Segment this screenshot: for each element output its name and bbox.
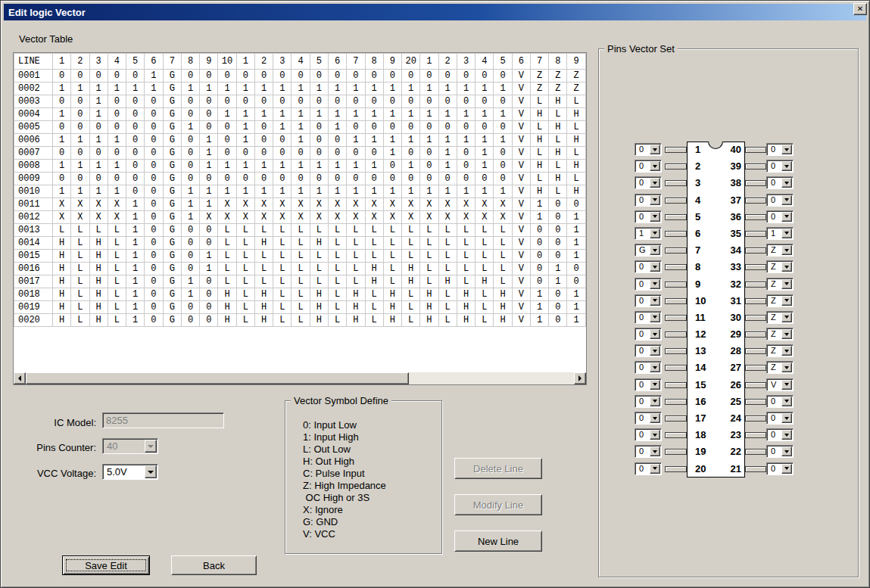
pin-value-select-left[interactable]: 0 xyxy=(635,294,662,307)
vector-cell[interactable]: 1 xyxy=(236,134,254,147)
vector-cell[interactable]: 1 xyxy=(292,121,310,134)
vector-cell[interactable]: V xyxy=(512,173,530,185)
vector-cell[interactable]: 0 xyxy=(181,314,199,327)
close-button[interactable]: ✕ xyxy=(853,3,867,15)
vector-cell[interactable]: 0 xyxy=(310,70,328,82)
vector-cell[interactable]: 1 xyxy=(236,185,254,198)
vector-cell[interactable]: L xyxy=(236,275,254,288)
vector-cell[interactable]: 0 xyxy=(383,95,401,108)
vector-cell[interactable]: V xyxy=(512,121,530,134)
vector-cell[interactable]: 0 xyxy=(273,95,292,108)
vector-cell[interactable]: Z xyxy=(549,70,567,82)
pin-value-select-right[interactable]: 0 xyxy=(766,176,794,189)
vector-cell[interactable]: 1 xyxy=(181,82,199,95)
vector-cell[interactable]: L xyxy=(236,263,254,275)
vector-cell[interactable]: G xyxy=(163,237,181,250)
vector-cell[interactable]: G xyxy=(163,70,181,82)
chevron-down-icon[interactable] xyxy=(145,465,157,478)
vector-cell[interactable]: L xyxy=(218,224,236,237)
vector-cell[interactable]: 1 xyxy=(200,160,218,173)
vector-cell[interactable]: L xyxy=(420,263,438,275)
vcc-voltage-select[interactable]: 5.0V xyxy=(102,464,158,480)
vector-cell[interactable]: 1 xyxy=(530,314,548,327)
vector-cell[interactable]: G xyxy=(163,82,181,95)
vector-cell[interactable]: L xyxy=(549,160,567,173)
pin-value-select-left[interactable]: G xyxy=(635,244,662,257)
vector-cell[interactable]: 0 xyxy=(200,70,218,82)
vector-cell[interactable]: L xyxy=(457,224,475,237)
vector-cell[interactable]: L xyxy=(310,250,328,263)
vector-cell[interactable]: L xyxy=(292,314,310,327)
vector-cell[interactable]: L xyxy=(530,147,548,160)
table-row[interactable]: 0005 000000G100101101000000000VLHL xyxy=(14,121,586,134)
vector-cell[interactable]: L xyxy=(347,250,365,263)
vector-cell[interactable]: 0 xyxy=(200,173,218,185)
vector-cell[interactable]: V xyxy=(512,82,530,95)
vector-cell[interactable]: L xyxy=(108,301,126,314)
vector-cell[interactable]: 1 xyxy=(145,70,163,82)
vector-cell[interactable]: X xyxy=(438,198,457,211)
chevron-down-icon[interactable] xyxy=(650,296,660,306)
pin-value-select-left[interactable]: 0 xyxy=(635,176,662,189)
vector-cell[interactable]: 0 xyxy=(200,275,218,288)
vector-cell[interactable]: 1 xyxy=(254,82,273,95)
vector-cell[interactable]: L xyxy=(108,275,126,288)
vector-cell[interactable]: 1 xyxy=(273,185,292,198)
vector-cell[interactable]: V xyxy=(512,134,530,147)
vector-cell[interactable]: 0 xyxy=(567,275,586,288)
vector-cell[interactable]: 0 xyxy=(71,95,89,108)
vector-cell[interactable]: 0 xyxy=(53,147,71,160)
chevron-down-icon[interactable] xyxy=(650,313,660,322)
vector-cell[interactable]: 0 xyxy=(438,121,457,134)
vector-cell[interactable]: L xyxy=(273,314,292,327)
vector-cell[interactable]: H xyxy=(310,301,328,314)
vector-cell[interactable]: 0 xyxy=(567,263,586,275)
vector-cell[interactable]: V xyxy=(512,250,530,263)
pin-value-select-right[interactable]: Z xyxy=(766,311,794,324)
chevron-down-icon[interactable] xyxy=(650,464,660,474)
vector-cell[interactable]: 0 xyxy=(71,121,89,134)
vector-cell[interactable]: 1 xyxy=(310,160,328,173)
vector-cell[interactable]: L xyxy=(292,224,310,237)
vector-cell[interactable]: L xyxy=(328,263,346,275)
vector-cell[interactable]: L xyxy=(347,237,365,250)
vector-cell[interactable]: 0 xyxy=(126,95,145,108)
vector-cell[interactable]: X xyxy=(108,198,126,211)
chevron-down-icon[interactable] xyxy=(650,262,660,272)
pin-value-select-left[interactable]: 0 xyxy=(635,395,662,408)
vector-cell[interactable]: L xyxy=(292,275,310,288)
vector-cell[interactable]: 1 xyxy=(200,82,218,95)
vector-cell[interactable]: 0 xyxy=(476,70,494,82)
vector-cell[interactable]: 0 xyxy=(89,121,108,134)
vector-cell[interactable]: L xyxy=(328,314,346,327)
vector-cell[interactable]: 0 xyxy=(200,95,218,108)
vector-cell[interactable]: L xyxy=(365,224,383,237)
vector-cell[interactable]: 0 xyxy=(328,134,346,147)
vector-cell[interactable]: L xyxy=(273,301,292,314)
vector-cell[interactable]: 0 xyxy=(145,288,163,301)
vector-cell[interactable]: L xyxy=(347,263,365,275)
vector-cell[interactable]: L xyxy=(457,263,475,275)
vector-cell[interactable]: X xyxy=(71,198,89,211)
vector-cell[interactable]: 0 xyxy=(53,121,71,134)
vector-cell[interactable]: 0 xyxy=(71,147,89,160)
vector-cell[interactable]: 1 xyxy=(236,82,254,95)
vector-cell[interactable]: 0 xyxy=(200,301,218,314)
vector-cell[interactable]: 1 xyxy=(347,82,365,95)
vector-cell[interactable]: L xyxy=(494,224,512,237)
pin-value-select-right[interactable]: 0 xyxy=(766,143,794,156)
vector-cell[interactable]: H xyxy=(383,314,401,327)
vector-cell[interactable]: L xyxy=(236,301,254,314)
vector-cell[interactable]: L xyxy=(365,301,383,314)
vector-cell[interactable]: X xyxy=(89,211,108,224)
vector-cell[interactable]: L xyxy=(567,95,586,108)
table-row[interactable]: 0011 XXXX10G11XXXXXXXXXXXXXXXXV100 xyxy=(14,198,586,211)
vector-cell[interactable]: L xyxy=(530,95,548,108)
vector-cell[interactable]: 0 xyxy=(145,301,163,314)
vector-cell[interactable]: 0 xyxy=(200,288,218,301)
vector-cell[interactable]: 0 xyxy=(476,173,494,185)
vector-cell[interactable]: L xyxy=(549,108,567,121)
vector-cell[interactable]: 0 xyxy=(200,314,218,327)
vector-cell[interactable]: 0 xyxy=(457,121,475,134)
vector-cell[interactable]: 0 xyxy=(200,224,218,237)
